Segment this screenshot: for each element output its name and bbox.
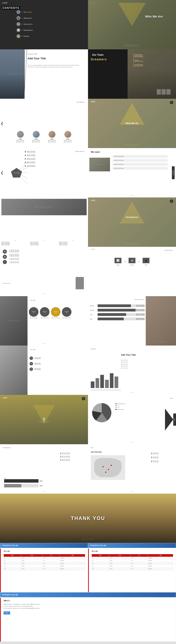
slide-our-team: Our Team Dreamers Professional Add Your … xyxy=(88,49,176,99)
dev-title: Development xyxy=(126,216,138,218)
circle-item-4: Add YourText Add Your Text Here xyxy=(62,307,71,318)
other-icon: • xyxy=(3,260,7,264)
map-dot-4 xyxy=(111,465,112,466)
plan-photo: PPTAKEOUT xyxy=(0,296,28,346)
chevron-down-icon: ⌄⌄ xyxy=(42,342,46,344)
slide-our-plan-circles: PPTAKEOUT Our Plan Add YourText Add Your… xyxy=(0,296,88,346)
pie-label-2: 10% xyxy=(116,405,125,406)
logo: LOGO xyxy=(91,101,95,102)
menu-item-1[interactable]: 👤 01 Who we are xyxy=(17,10,85,14)
pfls-items: Add Text HereAdd Text Here Add Text Here… xyxy=(151,452,173,464)
progress-dots xyxy=(90,249,96,250)
wechat-icon: 微 xyxy=(3,255,7,259)
fund-bar-1: 800m xyxy=(4,479,39,482)
chevron-down-icon: ⌄⌄ xyxy=(130,490,134,492)
watermark: PPTAKEOUT xyxy=(37,420,51,442)
menu-item-4[interactable]: 📊 04 Development xyxy=(17,28,85,33)
map-dot-1 xyxy=(103,466,104,467)
product-items: 📊 Store + 🖥 Online + 📱 APP xyxy=(92,258,172,266)
product-form-title: Product Form xyxy=(164,250,172,251)
menu-label-1: Who we are xyxy=(24,11,32,13)
prospect-item-1: • • • Add Your Text HereAdd Your Text He… xyxy=(1,240,29,246)
weneed-image: PPTAKEOUT xyxy=(89,158,110,172)
bar-chart xyxy=(91,372,118,388)
person-3 xyxy=(166,89,170,94)
slide-strategic-objective: PPTAKEOUT Strategic Objective Mission Ad… xyxy=(88,296,176,346)
center-shape: Add Your Title xyxy=(11,168,22,178)
watermark: PPTAKEOUT xyxy=(34,206,54,208)
plan2-photo: PPTAKEOUT xyxy=(0,346,28,395)
weneed-title: We need xyxy=(91,151,100,153)
notice-header-2: PPTAKEOUT 공지사항 xyxy=(88,543,176,548)
avatar-4 xyxy=(64,131,71,138)
menu-item-3[interactable]: 🔧 03 How we do it xyxy=(17,22,85,26)
need-4: Add Your Text Here xyxy=(113,167,168,170)
team-items: Professional Add Your Text Here Add Your… xyxy=(134,54,173,68)
cost-vertical-label: Cost xyxy=(173,414,176,426)
fund-item-3: Add Your Text HereAdd Your Text Here xyxy=(60,459,85,461)
watermark: PPTAKEOUT xyxy=(91,438,102,440)
mkt-item-2: Add Your Text HereAdd Your Text HereAdd … xyxy=(10,254,85,257)
slide-who-we-are: LOGO Who We Are PPTAKEOUT xyxy=(88,0,176,49)
watermark: PPTAKEOUT xyxy=(125,243,139,245)
circle-item-2: Add YourText Add Your Text Here xyxy=(40,307,49,318)
avatar-3 xyxy=(49,131,55,138)
bar-label-new: New xyxy=(4,478,39,479)
bar-6 xyxy=(115,376,118,388)
menu-item-2[interactable]: 💼 02 What we do xyxy=(17,16,85,20)
china-map xyxy=(94,458,122,477)
slide-city: LOGO 3 $ Finance Info PPTAKEOUT xyxy=(0,395,88,444)
chevron-down-icon: ⌄⌄ xyxy=(42,292,46,295)
branches: Add Your Text HereAdd Your Text Here Add… xyxy=(25,151,85,169)
plus-icon-2: + xyxy=(138,260,140,264)
chevron-down-icon: ⌄⌄ xyxy=(130,440,134,443)
slide-notice-3: PPTAKEOUT 공지사항 환불 공고 환불 공고 내용이 여기에 들어갑니다… xyxy=(0,592,176,642)
thank-you-text: THANK YOU xyxy=(71,516,105,521)
prospect-image: PPTAKEOUT xyxy=(1,199,87,215)
pfls-item-2: Add Text HereAdd Text Here xyxy=(151,456,173,458)
menu-icon-1: 👤 xyxy=(17,10,20,14)
menu-label-5: Finance xyxy=(24,35,29,37)
arrow-decoration xyxy=(165,408,173,430)
wwd-title: What We Do xyxy=(126,122,138,125)
mkt-item-3: Add Your Text HereAdd Your Text Here xyxy=(10,258,85,260)
prospect-item-3: • • • Add Your Text HereAdd Your Text He… xyxy=(59,240,87,246)
marketing-title: Marketing Plan xyxy=(3,283,11,285)
weibo-icon: 微 xyxy=(3,250,7,254)
slide-prospect: Prospect PPTAKEOUT • • • Add Your Text H… xyxy=(0,198,88,247)
slide-contents: LOGO CONTENTS 👤 01 Who we are 💼 02 What … xyxy=(0,0,88,49)
plus-icon: + xyxy=(124,260,126,264)
chevron-left-icon: ❮ xyxy=(1,171,4,175)
notice-content-2: 공지사항 항목내용비고날짜 01내용 1비고2024.01 02내용 2비고20… xyxy=(92,550,173,590)
team-title: Our Team xyxy=(92,54,104,56)
prospect-item-2: • • • Add Your Text HereAdd Your Text He… xyxy=(30,240,58,246)
red-bar-1 xyxy=(0,548,1,592)
funding-items: Add Your Text HereAdd Your Text Here Add… xyxy=(60,452,85,462)
team-people xyxy=(157,89,170,94)
team-item-2: Young Add Your Text Here xyxy=(134,59,173,62)
chart-text: Add Text Here Add Text Here Add Text Her… xyxy=(121,359,173,369)
dreamers-badge: Dreamers xyxy=(91,58,107,61)
plan3-title: Our Plan xyxy=(91,348,96,350)
chevron-down-icon: ⌄⌄ xyxy=(130,391,134,394)
menu-item-5[interactable]: 💰 05 Finance xyxy=(17,34,85,39)
logo: LOGO xyxy=(2,2,8,4)
slide-notice-2: PPTAKEOUT 공지사항 공지사항 항목내용비고날짜 01내용 1비고202… xyxy=(88,543,176,592)
confirm-button[interactable]: 확인 xyxy=(4,611,10,614)
cost-title: Cost xyxy=(170,398,172,399)
members-row: NAME Add Your Text hereAdd Your Text her… xyxy=(4,131,84,142)
bar-4 xyxy=(105,380,109,388)
num-badge: 1 xyxy=(170,101,173,104)
notice-header-1: PPTAKEOUT 공지사항 xyxy=(0,543,88,548)
menu-icon-5: 💰 xyxy=(17,34,20,38)
social-icons: 微 微 • xyxy=(3,250,7,265)
menu-label-3: How we do it xyxy=(24,23,32,25)
notice-header-3: PPTAKEOUT 공지사항 xyxy=(0,592,176,597)
prospect-items: • • • Add Your Text HereAdd Your Text He… xyxy=(1,240,87,246)
logo: LOGO xyxy=(91,200,95,201)
need-3: Add Your Text Here xyxy=(113,163,168,166)
plan-item-3: 3 Add Text Here Add Text Here xyxy=(30,368,87,371)
pfls-title: PFls xyxy=(91,447,93,448)
strategic-items: Mission Add Your Text HereAdd Your Text … xyxy=(90,304,145,322)
slide-our-plan-chart: Our Plan Add Your Title Add Text Here Ad… xyxy=(88,346,176,395)
